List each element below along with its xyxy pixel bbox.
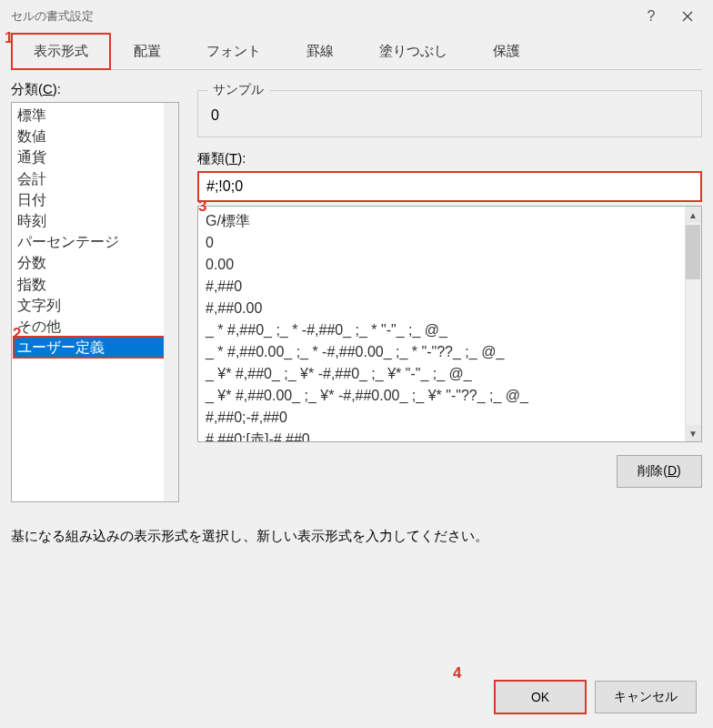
type-input[interactable] xyxy=(197,171,702,202)
list-item[interactable]: #,##0 xyxy=(204,276,696,298)
list-item[interactable]: 標準 xyxy=(14,105,176,126)
scroll-down-icon[interactable]: ▼ xyxy=(685,425,701,441)
list-item[interactable]: 数値 xyxy=(14,126,176,147)
close-button[interactable] xyxy=(669,4,706,29)
list-item[interactable]: パーセンテージ xyxy=(14,231,176,252)
format-cells-dialog: 1 2 3 4 セルの書式設定 ? 表示形式 配置 フォント 罫線 塗りつぶし … xyxy=(0,0,713,728)
format-listbox[interactable]: G/標準00.00#,##0#,##0.00_ * #,##0_ ;_ * -#… xyxy=(197,206,702,442)
delete-button[interactable]: 削除(D) xyxy=(617,455,702,488)
list-item[interactable]: 時刻 xyxy=(14,210,176,231)
list-item[interactable]: #,##0.00 xyxy=(204,298,696,319)
list-item[interactable]: ユーザー定義 xyxy=(14,337,176,358)
category-listbox[interactable]: 標準数値通貨会計日付時刻パーセンテージ分数指数文字列その他ユーザー定義 xyxy=(11,102,179,502)
list-item[interactable]: G/標準 xyxy=(204,210,696,232)
close-icon xyxy=(682,11,693,22)
help-text: 基になる組み込みの表示形式を選択し、新しい表示形式を入力してください。 xyxy=(11,528,702,545)
help-button[interactable]: ? xyxy=(633,4,669,29)
sample-group: サンプル 0 xyxy=(197,90,702,137)
tab-alignment[interactable]: 配置 xyxy=(111,33,184,69)
list-item[interactable]: 分数 xyxy=(14,252,176,273)
tab-fill[interactable]: 塗りつぶし xyxy=(356,33,470,69)
tab-strip: 表示形式 配置 フォント 罫線 塗りつぶし 保護 xyxy=(11,33,702,70)
list-item[interactable]: 0.00 xyxy=(204,254,696,276)
tab-protection[interactable]: 保護 xyxy=(470,33,543,69)
tab-border[interactable]: 罫線 xyxy=(284,33,356,69)
list-item[interactable]: その他 xyxy=(14,316,176,337)
type-label: 種類(T): xyxy=(197,150,702,167)
ok-button[interactable]: OK xyxy=(495,681,586,713)
cancel-button[interactable]: キャンセル xyxy=(595,681,697,713)
list-item[interactable]: _ * #,##0.00_ ;_ * -#,##0.00_ ;_ * "-"??… xyxy=(204,341,696,363)
list-item[interactable]: _ * #,##0_ ;_ * -#,##0_ ;_ * "-"_ ;_ @_ xyxy=(204,319,696,341)
list-item[interactable]: 指数 xyxy=(14,274,176,295)
scroll-up-icon[interactable]: ▲ xyxy=(685,207,701,223)
dialog-title: セルの書式設定 xyxy=(11,8,633,25)
tab-display-format[interactable]: 表示形式 xyxy=(11,33,111,70)
list-item[interactable]: 会計 xyxy=(14,168,176,189)
sample-value: 0 xyxy=(211,107,688,124)
sample-label: サンプル xyxy=(207,82,269,98)
tab-font[interactable]: フォント xyxy=(184,33,284,69)
category-label: 分類(C): xyxy=(11,81,179,98)
list-item[interactable]: 0 xyxy=(204,232,696,254)
list-item[interactable]: 通貨 xyxy=(14,147,176,167)
list-item[interactable]: #,##0;[赤]-#,##0 xyxy=(204,429,696,442)
list-item[interactable]: _ ¥* #,##0_ ;_ ¥* -#,##0_ ;_ ¥* "-"_ ;_ … xyxy=(204,363,696,385)
scroll-thumb[interactable] xyxy=(686,225,700,279)
list-item[interactable]: _ ¥* #,##0.00_ ;_ ¥* -#,##0.00_ ;_ ¥* "-… xyxy=(204,385,696,407)
annotation-4: 4 xyxy=(453,664,461,682)
list-item[interactable]: 文字列 xyxy=(14,295,176,316)
dialog-footer: OK キャンセル xyxy=(495,681,697,713)
list-item[interactable]: #,##0;-#,##0 xyxy=(204,407,696,429)
scrollbar[interactable]: ▲ ▼ xyxy=(685,207,701,441)
list-item[interactable]: 日付 xyxy=(14,189,176,210)
titlebar: セルの書式設定 ? xyxy=(0,0,713,33)
